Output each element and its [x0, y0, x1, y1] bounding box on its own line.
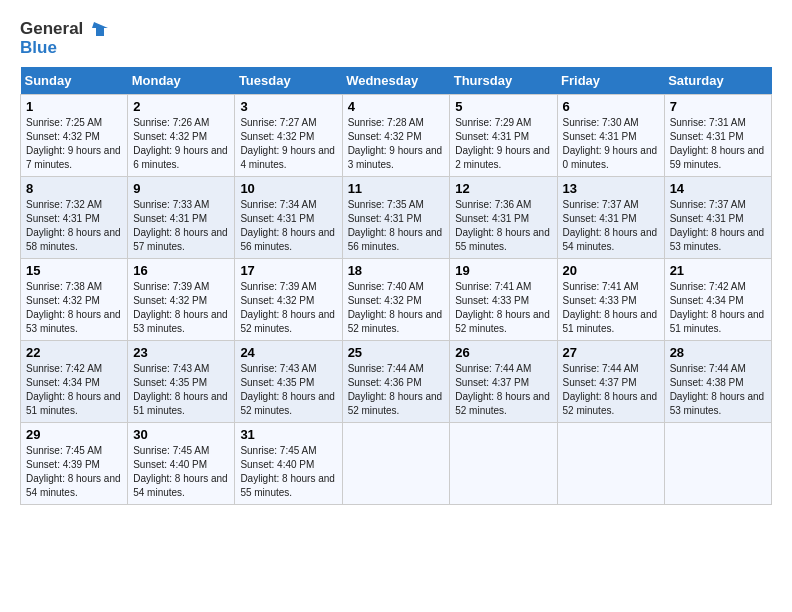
calendar-cell: 23Sunrise: 7:43 AMSunset: 4:35 PMDayligh… [128, 341, 235, 423]
day-number: 2 [133, 99, 229, 114]
day-number: 7 [670, 99, 766, 114]
calendar-cell: 24Sunrise: 7:43 AMSunset: 4:35 PMDayligh… [235, 341, 342, 423]
day-info: Sunrise: 7:28 AMSunset: 4:32 PMDaylight:… [348, 116, 445, 172]
day-number: 9 [133, 181, 229, 196]
day-number: 24 [240, 345, 336, 360]
logo-text-general: General [20, 20, 83, 39]
day-info: Sunrise: 7:26 AMSunset: 4:32 PMDaylight:… [133, 116, 229, 172]
calendar-cell: 28Sunrise: 7:44 AMSunset: 4:38 PMDayligh… [664, 341, 771, 423]
day-info: Sunrise: 7:27 AMSunset: 4:32 PMDaylight:… [240, 116, 336, 172]
day-info: Sunrise: 7:42 AMSunset: 4:34 PMDaylight:… [670, 280, 766, 336]
day-info: Sunrise: 7:29 AMSunset: 4:31 PMDaylight:… [455, 116, 551, 172]
calendar-cell: 25Sunrise: 7:44 AMSunset: 4:36 PMDayligh… [342, 341, 450, 423]
day-info: Sunrise: 7:44 AMSunset: 4:36 PMDaylight:… [348, 362, 445, 418]
day-info: Sunrise: 7:32 AMSunset: 4:31 PMDaylight:… [26, 198, 122, 254]
day-number: 28 [670, 345, 766, 360]
calendar-week: 29Sunrise: 7:45 AMSunset: 4:39 PMDayligh… [21, 423, 772, 505]
logo-graphic: General Blue [20, 20, 108, 57]
calendar-week: 8Sunrise: 7:32 AMSunset: 4:31 PMDaylight… [21, 177, 772, 259]
day-info: Sunrise: 7:40 AMSunset: 4:32 PMDaylight:… [348, 280, 445, 336]
day-info: Sunrise: 7:41 AMSunset: 4:33 PMDaylight:… [455, 280, 551, 336]
calendar-cell: 12Sunrise: 7:36 AMSunset: 4:31 PMDayligh… [450, 177, 557, 259]
calendar-cell: 5Sunrise: 7:29 AMSunset: 4:31 PMDaylight… [450, 95, 557, 177]
calendar-table: SundayMondayTuesdayWednesdayThursdayFrid… [20, 67, 772, 505]
day-number: 31 [240, 427, 336, 442]
calendar-cell: 27Sunrise: 7:44 AMSunset: 4:37 PMDayligh… [557, 341, 664, 423]
calendar-cell: 31Sunrise: 7:45 AMSunset: 4:40 PMDayligh… [235, 423, 342, 505]
day-number: 19 [455, 263, 551, 278]
calendar-cell: 8Sunrise: 7:32 AMSunset: 4:31 PMDaylight… [21, 177, 128, 259]
day-number: 17 [240, 263, 336, 278]
day-number: 3 [240, 99, 336, 114]
day-number: 23 [133, 345, 229, 360]
calendar-cell: 20Sunrise: 7:41 AMSunset: 4:33 PMDayligh… [557, 259, 664, 341]
header-row: SundayMondayTuesdayWednesdayThursdayFrid… [21, 67, 772, 95]
day-number: 27 [563, 345, 659, 360]
day-number: 5 [455, 99, 551, 114]
day-number: 16 [133, 263, 229, 278]
day-number: 14 [670, 181, 766, 196]
day-info: Sunrise: 7:25 AMSunset: 4:32 PMDaylight:… [26, 116, 122, 172]
calendar-cell: 10Sunrise: 7:34 AMSunset: 4:31 PMDayligh… [235, 177, 342, 259]
calendar-cell: 6Sunrise: 7:30 AMSunset: 4:31 PMDaylight… [557, 95, 664, 177]
logo-text-blue: Blue [20, 39, 57, 58]
calendar-cell: 11Sunrise: 7:35 AMSunset: 4:31 PMDayligh… [342, 177, 450, 259]
calendar-cell: 13Sunrise: 7:37 AMSunset: 4:31 PMDayligh… [557, 177, 664, 259]
calendar-cell: 21Sunrise: 7:42 AMSunset: 4:34 PMDayligh… [664, 259, 771, 341]
day-number: 11 [348, 181, 445, 196]
day-info: Sunrise: 7:37 AMSunset: 4:31 PMDaylight:… [670, 198, 766, 254]
day-number: 18 [348, 263, 445, 278]
day-info: Sunrise: 7:42 AMSunset: 4:34 PMDaylight:… [26, 362, 122, 418]
logo: General Blue [20, 20, 108, 57]
day-info: Sunrise: 7:38 AMSunset: 4:32 PMDaylight:… [26, 280, 122, 336]
calendar-week: 15Sunrise: 7:38 AMSunset: 4:32 PMDayligh… [21, 259, 772, 341]
calendar-cell: 19Sunrise: 7:41 AMSunset: 4:33 PMDayligh… [450, 259, 557, 341]
day-number: 6 [563, 99, 659, 114]
day-info: Sunrise: 7:33 AMSunset: 4:31 PMDaylight:… [133, 198, 229, 254]
day-number: 20 [563, 263, 659, 278]
calendar-week: 22Sunrise: 7:42 AMSunset: 4:34 PMDayligh… [21, 341, 772, 423]
day-number: 29 [26, 427, 122, 442]
day-info: Sunrise: 7:39 AMSunset: 4:32 PMDaylight:… [133, 280, 229, 336]
day-number: 15 [26, 263, 122, 278]
day-info: Sunrise: 7:44 AMSunset: 4:37 PMDaylight:… [563, 362, 659, 418]
day-number: 21 [670, 263, 766, 278]
calendar-cell: 7Sunrise: 7:31 AMSunset: 4:31 PMDaylight… [664, 95, 771, 177]
day-info: Sunrise: 7:44 AMSunset: 4:38 PMDaylight:… [670, 362, 766, 418]
day-number: 26 [455, 345, 551, 360]
calendar-week: 1Sunrise: 7:25 AMSunset: 4:32 PMDaylight… [21, 95, 772, 177]
weekday-header: Sunday [21, 67, 128, 95]
calendar-cell: 16Sunrise: 7:39 AMSunset: 4:32 PMDayligh… [128, 259, 235, 341]
day-number: 4 [348, 99, 445, 114]
calendar-cell: 22Sunrise: 7:42 AMSunset: 4:34 PMDayligh… [21, 341, 128, 423]
day-number: 22 [26, 345, 122, 360]
weekday-header: Saturday [664, 67, 771, 95]
day-info: Sunrise: 7:37 AMSunset: 4:31 PMDaylight:… [563, 198, 659, 254]
calendar-cell: 26Sunrise: 7:44 AMSunset: 4:37 PMDayligh… [450, 341, 557, 423]
calendar-cell: 1Sunrise: 7:25 AMSunset: 4:32 PMDaylight… [21, 95, 128, 177]
day-info: Sunrise: 7:36 AMSunset: 4:31 PMDaylight:… [455, 198, 551, 254]
day-number: 12 [455, 181, 551, 196]
day-info: Sunrise: 7:30 AMSunset: 4:31 PMDaylight:… [563, 116, 659, 172]
calendar-cell [342, 423, 450, 505]
calendar-cell: 9Sunrise: 7:33 AMSunset: 4:31 PMDaylight… [128, 177, 235, 259]
day-info: Sunrise: 7:45 AMSunset: 4:39 PMDaylight:… [26, 444, 122, 500]
calendar-cell: 4Sunrise: 7:28 AMSunset: 4:32 PMDaylight… [342, 95, 450, 177]
day-info: Sunrise: 7:44 AMSunset: 4:37 PMDaylight:… [455, 362, 551, 418]
day-info: Sunrise: 7:45 AMSunset: 4:40 PMDaylight:… [240, 444, 336, 500]
calendar-cell: 29Sunrise: 7:45 AMSunset: 4:39 PMDayligh… [21, 423, 128, 505]
calendar-cell: 17Sunrise: 7:39 AMSunset: 4:32 PMDayligh… [235, 259, 342, 341]
calendar-cell: 30Sunrise: 7:45 AMSunset: 4:40 PMDayligh… [128, 423, 235, 505]
day-number: 30 [133, 427, 229, 442]
weekday-header: Thursday [450, 67, 557, 95]
calendar-cell: 2Sunrise: 7:26 AMSunset: 4:32 PMDaylight… [128, 95, 235, 177]
day-number: 8 [26, 181, 122, 196]
day-number: 25 [348, 345, 445, 360]
day-info: Sunrise: 7:41 AMSunset: 4:33 PMDaylight:… [563, 280, 659, 336]
calendar-cell: 3Sunrise: 7:27 AMSunset: 4:32 PMDaylight… [235, 95, 342, 177]
calendar-cell [664, 423, 771, 505]
day-number: 1 [26, 99, 122, 114]
weekday-header: Wednesday [342, 67, 450, 95]
page-header: General Blue [20, 20, 772, 57]
weekday-header: Monday [128, 67, 235, 95]
